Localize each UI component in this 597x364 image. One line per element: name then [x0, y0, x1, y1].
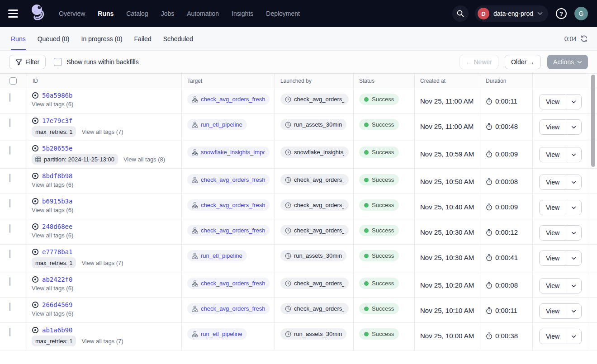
launched-by-pill[interactable]: check_avg_orders_f…: [280, 278, 349, 289]
row-checkbox[interactable]: [9, 303, 10, 311]
nav-item[interactable]: Overview: [59, 10, 85, 17]
target-job-pill[interactable]: run_etl_pipeline: [187, 250, 247, 261]
help-button[interactable]: ?: [554, 7, 568, 20]
older-button[interactable]: Older →: [505, 55, 541, 69]
view-button[interactable]: View: [540, 175, 566, 189]
view-all-tags-link[interactable]: View all tags (7): [81, 338, 123, 345]
view-dropdown-button[interactable]: [566, 200, 581, 215]
view-all-tags-link[interactable]: View all tags (8): [123, 156, 165, 163]
refresh-button[interactable]: [580, 35, 588, 43]
row-checkbox[interactable]: [9, 250, 10, 258]
tab[interactable]: Queued (0): [38, 27, 70, 50]
view-button[interactable]: View: [540, 279, 566, 293]
launched-by-pill[interactable]: run_assets_30min: [280, 119, 346, 130]
view-dropdown-button[interactable]: [566, 329, 581, 344]
view-button[interactable]: View: [540, 120, 566, 134]
row-checkbox[interactable]: [9, 118, 10, 127]
run-id-link[interactable]: b6915b3a: [42, 198, 72, 205]
target-job-pill[interactable]: run_etl_pipeline: [187, 119, 247, 130]
run-id-link[interactable]: e7778ba1: [42, 248, 72, 255]
run-id-link[interactable]: 50a5986b: [42, 92, 72, 99]
tab[interactable]: Failed: [134, 27, 152, 50]
view-dropdown-button[interactable]: [566, 279, 581, 293]
row-checkbox[interactable]: [9, 224, 10, 233]
tab[interactable]: Scheduled: [163, 27, 193, 50]
launched-by-pill[interactable]: check_avg_orders_f…: [280, 303, 349, 314]
view-button[interactable]: View: [540, 147, 566, 162]
target-job-pill[interactable]: check_avg_orders_freshne: [187, 303, 270, 314]
view-all-tags-link[interactable]: View all tags (7): [81, 128, 123, 135]
tab[interactable]: Runs: [11, 27, 26, 50]
nav-item[interactable]: Insights: [232, 10, 253, 17]
hamburger-menu-icon[interactable]: [8, 7, 21, 20]
view-dropdown-button[interactable]: [566, 147, 581, 162]
target-job-pill[interactable]: check_avg_orders_freshne: [187, 174, 270, 185]
view-dropdown-button[interactable]: [566, 251, 581, 265]
run-id-link[interactable]: 248d68ee: [42, 223, 72, 230]
target-job-pill[interactable]: check_avg_orders_freshne: [187, 278, 270, 289]
row-checkbox[interactable]: [9, 328, 10, 336]
target-job-pill[interactable]: check_avg_orders_freshne: [187, 225, 270, 236]
launched-by-pill[interactable]: check_avg_orders_f…: [280, 174, 349, 185]
tab[interactable]: In progress (0): [81, 27, 123, 50]
view-dropdown-button[interactable]: [566, 95, 581, 109]
launched-by-pill[interactable]: check_avg_orders_f…: [280, 94, 349, 105]
view-all-tags-link[interactable]: View all tags (6): [32, 285, 73, 292]
view-dropdown-button[interactable]: [566, 175, 581, 189]
row-checkbox[interactable]: [9, 174, 10, 182]
deployment-switcher[interactable]: D data-eng-prod: [475, 5, 548, 22]
view-all-tags-link[interactable]: View all tags (6): [32, 181, 73, 188]
run-tag-pill[interactable]: max_retries: 1: [32, 257, 76, 268]
nav-item[interactable]: Automation: [187, 10, 219, 17]
run-id-link[interactable]: 17e79c3f: [42, 117, 72, 124]
row-checkbox[interactable]: [9, 146, 10, 155]
view-dropdown-button[interactable]: [566, 120, 581, 134]
target-job-pill[interactable]: check_avg_orders_freshne: [187, 94, 270, 105]
view-all-tags-link[interactable]: View all tags (6): [32, 101, 73, 108]
view-all-tags-link[interactable]: View all tags (6): [32, 310, 73, 317]
launched-by-pill[interactable]: run_assets_30min: [280, 250, 346, 261]
launched-by-pill[interactable]: run_assets_30min: [280, 328, 346, 340]
view-button[interactable]: View: [540, 304, 566, 318]
filter-button[interactable]: Filter: [9, 55, 46, 69]
vertical-scrollbar-thumb[interactable]: [591, 75, 595, 167]
user-avatar[interactable]: G: [574, 7, 588, 20]
nav-item[interactable]: Catalog: [126, 10, 148, 17]
target-job-pill[interactable]: run_etl_pipeline: [187, 328, 247, 340]
view-button[interactable]: View: [540, 95, 566, 109]
view-all-tags-link[interactable]: View all tags (6): [32, 207, 73, 213]
launched-by-pill[interactable]: check_avg_orders_f…: [280, 199, 349, 211]
run-tag-pill[interactable]: max_retries: 1: [32, 336, 76, 346]
view-dropdown-button[interactable]: [566, 226, 581, 240]
target-job-pill[interactable]: snowflake_insights_import: [187, 147, 270, 158]
view-button[interactable]: View: [540, 329, 566, 344]
view-all-tags-link[interactable]: View all tags (6): [32, 232, 73, 239]
nav-item[interactable]: Jobs: [161, 10, 175, 17]
row-checkbox[interactable]: [9, 93, 10, 102]
nav-item[interactable]: Deployment: [266, 10, 300, 17]
launched-by-pill[interactable]: snowflake_insights_…: [280, 147, 349, 158]
launched-by-pill[interactable]: check_avg_orders_f…: [280, 225, 349, 236]
run-id-link[interactable]: ab2422f0: [42, 276, 72, 283]
view-button[interactable]: View: [540, 251, 566, 265]
show-backfills-checkbox[interactable]: [54, 58, 62, 66]
run-id-link[interactable]: 8bdf8b98: [42, 172, 72, 180]
run-id-link[interactable]: 266d4569: [42, 301, 72, 308]
newer-button[interactable]: ← Newer: [460, 55, 498, 69]
view-button[interactable]: View: [540, 200, 566, 215]
actions-button[interactable]: Actions: [547, 55, 588, 69]
row-checkbox[interactable]: [9, 277, 10, 286]
run-id-link[interactable]: ab1a6b90: [42, 326, 72, 334]
row-checkbox[interactable]: [9, 199, 10, 208]
select-all-checkbox[interactable]: [9, 77, 17, 85]
nav-item[interactable]: Runs: [98, 10, 114, 17]
search-button[interactable]: [452, 5, 469, 22]
show-backfills-toggle[interactable]: Show runs within backfills: [54, 58, 139, 66]
run-tag-pill[interactable]: partition: 2024-11-25-13:00: [32, 154, 118, 165]
run-tag-pill[interactable]: max_retries: 1: [32, 126, 76, 137]
run-id-link[interactable]: 5b20655e: [42, 145, 72, 152]
view-all-tags-link[interactable]: View all tags (7): [81, 260, 123, 266]
target-job-pill[interactable]: check_avg_orders_freshne: [187, 199, 270, 211]
view-dropdown-button[interactable]: [566, 304, 581, 318]
view-button[interactable]: View: [540, 226, 566, 240]
